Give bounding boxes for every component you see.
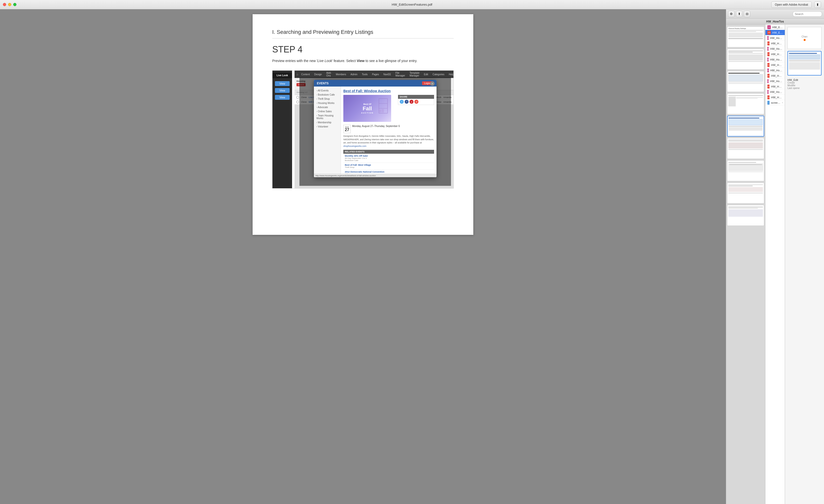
file-item-12[interactable]: Pdf HW_HowTos_PressEntries.pdf xyxy=(765,84,785,89)
event-date-text: Monday, August 27–Thursday, September 6 xyxy=(352,125,400,127)
nav-addons[interactable]: Add-Ons xyxy=(325,71,333,78)
thumbnail-8[interactable] xyxy=(727,182,764,204)
selected-thumbnail xyxy=(788,51,822,76)
event-image: Best Of Fall AUCTION xyxy=(343,95,391,122)
pdf-icon-12: Pdf xyxy=(767,85,769,89)
share-box: SHARE t f p @ xyxy=(398,95,434,124)
nav-members[interactable]: Members xyxy=(334,73,348,76)
filename-14: HW_HowTos_...gtoIntranet.pdf xyxy=(771,96,783,99)
finder-search-input[interactable] xyxy=(793,11,822,17)
event-description: Designers from Bungalow 5, Dennis Miller… xyxy=(343,135,434,148)
thumbnail-7[interactable] xyxy=(727,160,764,181)
view-button-2[interactable]: View xyxy=(275,88,290,93)
close-button[interactable] xyxy=(3,3,6,6)
event-auction: AUCTION xyxy=(361,112,373,114)
live-look-header: Live Look xyxy=(273,73,292,78)
filename-6: HW_HowTos_EElogin.pdf xyxy=(771,53,783,55)
thumbnails-panel[interactable]: Channel Display Settings xyxy=(726,24,765,504)
file-item-3[interactable]: Id HW_HowTos_DetourPro.indd xyxy=(765,35,785,41)
pinterest-share-icon[interactable]: p xyxy=(410,100,413,104)
facebook-share-icon[interactable]: f xyxy=(405,100,409,104)
thumbnail-4[interactable] xyxy=(727,93,764,114)
nav-content[interactable]: Content xyxy=(300,73,311,76)
file-item-6[interactable]: Pdf HW_HowTos_EElogin.pdf xyxy=(765,51,785,57)
share-toolbar-icon[interactable]: ⬆ xyxy=(736,11,742,17)
filename-9: HW_HowTos_NavEE.indd xyxy=(770,69,783,72)
modal-nav-thrift[interactable]: Thrift Shop xyxy=(314,97,341,101)
modal-nav-volunteer[interactable]: Volunteer xyxy=(314,125,341,129)
view-button-1[interactable]: View xyxy=(275,81,290,86)
modal-nav-membership[interactable]: Membership xyxy=(314,120,341,125)
thumbnail-2[interactable] xyxy=(727,49,764,70)
nav-edit[interactable]: Edit xyxy=(422,73,429,76)
step-description: Preview entries with the new 'Live Look'… xyxy=(272,58,454,64)
filename-11: HW_HowTos_...essEntries.indd xyxy=(770,80,783,83)
file-item-5[interactable]: Id HW_HowTos_EElogin.indd xyxy=(765,46,785,51)
window-title: HW_EditScreenFeatures.pdf xyxy=(392,3,432,6)
indd-icon-3: Id xyxy=(767,36,768,40)
event-best-of: Best Of xyxy=(361,103,373,105)
open-acrobat-button[interactable]: Open with Adobe Acrobat xyxy=(771,1,812,8)
minimize-button[interactable] xyxy=(8,3,11,6)
nav-design[interactable]: Design xyxy=(313,73,323,76)
file-item-13[interactable]: Id HW_HowTos_...tolntranet.indd xyxy=(765,89,785,95)
last-opened-label: Last opene xyxy=(788,87,822,90)
modal-nav-advocate[interactable]: Advocate xyxy=(314,105,341,109)
filename-12: HW_HowTos_PressEntries.pdf xyxy=(771,85,783,88)
file-item-11[interactable]: Id HW_HowTos_...essEntries.indd xyxy=(765,79,785,84)
pdf-icon-6: Pdf xyxy=(767,52,769,56)
file-item-screenshots[interactable]: screenshots › xyxy=(765,100,785,105)
modal-nav-housing-works[interactable]: Housing Works xyxy=(314,101,341,105)
file-item-1[interactable]: Id HW_EditScreenFeatures.indd xyxy=(765,24,785,30)
thumbnail-9[interactable] xyxy=(727,205,764,226)
email-share-icon[interactable]: @ xyxy=(414,100,418,104)
chan-dot xyxy=(804,39,806,41)
thumbnail-1[interactable]: Channel Display Settings xyxy=(727,26,764,47)
maximize-button[interactable] xyxy=(13,3,16,6)
thumbnail-6[interactable] xyxy=(727,138,764,159)
finder-sidebar: ⚙ ⬆ ⊟ HW_HowTos Channel Display Settings xyxy=(726,9,824,504)
filename-1: HW_EditScreenFeatures.indd xyxy=(772,26,783,29)
file-item-7[interactable]: Id HW_HowTos_...ageEvents.indd xyxy=(765,57,785,62)
nav-help[interactable]: Help xyxy=(447,73,453,76)
pdf-viewer[interactable]: I. Searching and Previewing Entry Listin… xyxy=(0,9,726,504)
event-shelf-graphic xyxy=(374,97,389,117)
nav-navee[interactable]: NavEE xyxy=(382,73,392,76)
file-item-8[interactable]: Pdf HW_HowTos_...ageEvents.pdf xyxy=(765,62,785,68)
event-date-row: AUG 27 Monday, August 27–Thursday, Septe… xyxy=(343,125,434,133)
file-item-9[interactable]: Id HW_HowTos_NavEE.indd xyxy=(765,68,785,73)
nav-templatemanager[interactable]: Template Manager xyxy=(408,71,421,78)
nav-categories[interactable]: Categories xyxy=(431,73,446,76)
hw-edit-info: HW_Edit Create Modifie Last opene xyxy=(788,79,822,90)
view-button-3[interactable]: View xyxy=(275,95,290,100)
nav-pages[interactable]: Pages xyxy=(371,73,380,76)
chan-panel: Chan xyxy=(788,27,822,49)
window-controls xyxy=(3,3,16,6)
event-day: 27 xyxy=(345,128,349,132)
thumbnail-3[interactable] xyxy=(727,71,764,92)
row-checkbox-1[interactable] xyxy=(297,96,299,99)
event-fall: Fall xyxy=(361,105,373,112)
nav-tools[interactable]: Tools xyxy=(360,73,369,76)
pill-icon[interactable]: ⊟ xyxy=(744,11,750,17)
twitter-share-icon[interactable]: t xyxy=(400,100,404,104)
modal-nav-online-sales[interactable]: Online Sales xyxy=(314,109,341,114)
pdf-icon-8: Pdf xyxy=(767,63,769,67)
event-link[interactable]: shophousingworks.com xyxy=(343,145,367,147)
modal-nav-team[interactable]: Team Housing Works xyxy=(314,114,341,120)
nav-filemanager[interactable]: File Manager xyxy=(394,71,406,78)
thumbnail-5[interactable] xyxy=(727,116,764,137)
modal-nav-all-events[interactable]: All Events xyxy=(314,89,341,93)
share-icon[interactable]: ⬆ xyxy=(814,1,821,8)
file-item-2[interactable]: Pdf HW_EditScreenFeatures.pdf xyxy=(765,30,785,35)
filename-4: HW_HowTos_DetourPro.pdf xyxy=(771,42,783,45)
file-item-14[interactable]: Pdf HW_HowTos_...gtoIntranet.pdf xyxy=(765,95,785,100)
gear-icon[interactable]: ⚙ xyxy=(728,11,734,17)
row-checkbox-2[interactable] xyxy=(297,101,299,103)
modal-nav-bookstore[interactable]: Bookstore Cafe xyxy=(314,93,341,97)
file-item-4[interactable]: Pdf HW_HowTos_DetourPro.pdf xyxy=(765,41,785,46)
file-item-10[interactable]: Pdf HW_HowTos_NavEE.pdf xyxy=(765,73,785,79)
nav-admin[interactable]: Admin xyxy=(349,73,359,76)
live-look-panel: Live Look View View View xyxy=(273,71,292,188)
event-title: Best of Fall: Window Auction xyxy=(343,89,434,93)
